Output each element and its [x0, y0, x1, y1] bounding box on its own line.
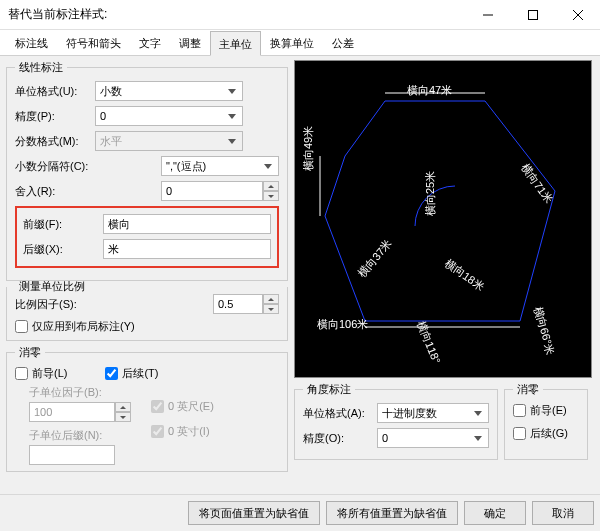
subfactor-field: [29, 402, 115, 422]
angle-legend: 角度标注: [303, 382, 355, 397]
tab-fit[interactable]: 调整: [170, 30, 210, 55]
angle-trailing-box[interactable]: [513, 427, 526, 440]
angle-precision-label: 精度(O):: [303, 431, 377, 446]
pv-label-47: 横向47米: [407, 83, 452, 98]
precision-label: 精度(P):: [15, 109, 95, 124]
linear-dim-group: 线性标注 单位格式(U): 小数 精度(P): 0 分数格式(M): 水平 小数…: [6, 60, 288, 281]
angle-leading-label: 前导(E): [530, 403, 567, 418]
scale-up-icon[interactable]: [263, 294, 279, 304]
prefix-suffix-highlight: 前缀(F): 后缀(X):: [15, 206, 279, 268]
zero-inch-box: [151, 425, 164, 438]
preview-canvas: 横向47米 横向49米 横向25米 横向71米 横向37米 横向18米 横向10…: [294, 60, 592, 378]
tab-primary-units[interactable]: 主单位: [210, 31, 261, 56]
tab-symbols[interactable]: 符号和箭头: [57, 30, 130, 55]
svg-rect-1: [528, 10, 537, 19]
reset-all-button[interactable]: 将所有值重置为缺省值: [326, 501, 458, 525]
angle-trailing-checkbox[interactable]: 后续(G): [513, 426, 579, 441]
suffix-input[interactable]: [103, 239, 271, 259]
unit-format-label: 单位格式(U):: [15, 84, 95, 99]
suffix-label: 后缀(X):: [23, 242, 103, 257]
decimal-sep-select[interactable]: ","(逗点): [161, 156, 279, 176]
zero-feet-checkbox: 0 英尺(E): [151, 399, 214, 414]
subfactor-input: [29, 402, 131, 422]
zero-legend: 消零: [15, 345, 45, 360]
angle-unit-label: 单位格式(A):: [303, 406, 377, 421]
trailing-checkbox[interactable]: 后续(T): [105, 366, 158, 381]
angle-zero-legend: 消零: [513, 382, 543, 397]
leading-checkbox[interactable]: 前导(L): [15, 366, 67, 381]
zero-feet-box: [151, 400, 164, 413]
angle-zero-group: 消零 前导(E) 后续(G): [504, 382, 588, 460]
tab-text[interactable]: 文字: [130, 30, 170, 55]
unit-format-select[interactable]: 小数: [95, 81, 243, 101]
ok-button[interactable]: 确定: [464, 501, 526, 525]
linear-legend: 线性标注: [15, 60, 67, 75]
subsuffix-label: 子单位后缀(N):: [29, 428, 131, 443]
angle-precision-select[interactable]: 0: [377, 428, 489, 448]
subfactor-down-icon: [115, 412, 131, 422]
prefix-label: 前缀(F):: [23, 217, 103, 232]
angle-leading-box[interactable]: [513, 404, 526, 417]
scale-down-icon[interactable]: [263, 304, 279, 314]
measure-scale-legend: 测量单位比例: [15, 279, 89, 294]
fraction-format-label: 分数格式(M):: [15, 134, 95, 149]
tab-tolerance[interactable]: 公差: [323, 30, 363, 55]
layout-only-label: 仅应用到布局标注(Y): [32, 319, 135, 334]
scale-factor-input[interactable]: [213, 294, 279, 314]
decimal-sep-label: 小数分隔符(C):: [15, 159, 95, 174]
zero-inch-label: 0 英寸(I): [168, 424, 210, 439]
close-button[interactable]: [555, 0, 600, 30]
svg-marker-4: [325, 101, 555, 321]
round-label: 舍入(R):: [15, 184, 95, 199]
minimize-button[interactable]: [465, 0, 510, 30]
scale-factor-field[interactable]: [213, 294, 263, 314]
angle-trailing-label: 后续(G): [530, 426, 568, 441]
zero-inch-checkbox: 0 英寸(I): [151, 424, 214, 439]
angle-leading-checkbox[interactable]: 前导(E): [513, 403, 579, 418]
reset-page-button[interactable]: 将页面值重置为缺省值: [188, 501, 320, 525]
fraction-format-select: 水平: [95, 131, 243, 151]
subsuffix-field: [29, 445, 115, 465]
tab-dimline[interactable]: 标注线: [6, 30, 57, 55]
tab-strip: 标注线 符号和箭头 文字 调整 主单位 换算单位 公差: [0, 30, 600, 56]
window-title: 替代当前标注样式:: [0, 6, 465, 23]
cancel-button[interactable]: 取消: [532, 501, 594, 525]
round-up-icon[interactable]: [263, 181, 279, 191]
layout-only-box[interactable]: [15, 320, 28, 333]
round-down-icon[interactable]: [263, 191, 279, 201]
trailing-box[interactable]: [105, 367, 118, 380]
leading-label: 前导(L): [32, 366, 67, 381]
layout-only-checkbox[interactable]: 仅应用到布局标注(Y): [15, 319, 279, 334]
pv-label-106: 横向106米: [317, 317, 368, 332]
prefix-input[interactable]: [103, 214, 271, 234]
leading-box[interactable]: [15, 367, 28, 380]
round-input[interactable]: [161, 181, 279, 201]
tab-alt-units[interactable]: 换算单位: [261, 30, 323, 55]
angle-unit-select[interactable]: 十进制度数: [377, 403, 489, 423]
maximize-button[interactable]: [510, 0, 555, 30]
measure-scale-group: 测量单位比例 比例因子(S): 仅应用到布局标注(Y): [6, 279, 288, 341]
trailing-label: 后续(T): [122, 366, 158, 381]
pv-label-25: 横向25米: [423, 171, 438, 216]
scale-factor-label: 比例因子(S):: [15, 297, 115, 312]
angle-dim-group: 角度标注 单位格式(A): 十进制度数 精度(O): 0: [294, 382, 498, 460]
zero-suppress-group: 消零 前导(L) 后续(T) 子单位因子(B):: [6, 345, 288, 472]
subfactor-up-icon: [115, 402, 131, 412]
subfactor-label: 子单位因子(B):: [29, 385, 131, 400]
pv-label-49: 横向49米: [301, 126, 316, 171]
zero-feet-label: 0 英尺(E): [168, 399, 214, 414]
precision-select[interactable]: 0: [95, 106, 243, 126]
round-field[interactable]: [161, 181, 263, 201]
